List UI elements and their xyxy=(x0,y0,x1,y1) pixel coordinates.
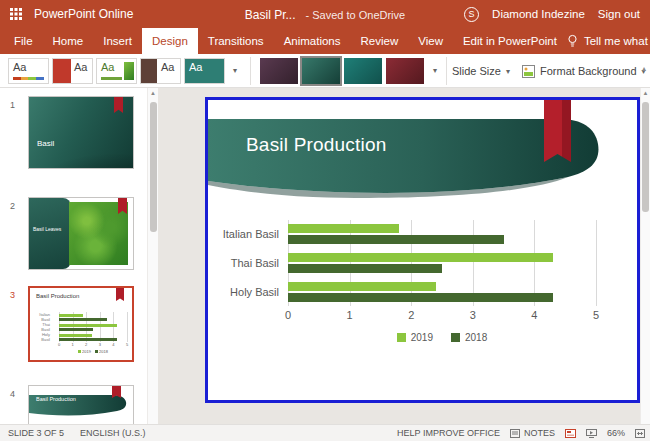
variant-thumbnail-2-selected[interactable] xyxy=(302,58,340,84)
chart-category-label: Italian Basil xyxy=(35,312,50,322)
scrollbar-thumb[interactable] xyxy=(642,102,649,212)
slide-size-label: Slide Size xyxy=(452,65,501,77)
ribbon-separator xyxy=(446,57,447,85)
theme-color-stripe xyxy=(101,77,122,80)
legend-swatch xyxy=(451,333,460,342)
themes-more-button[interactable]: ▾ xyxy=(228,58,242,84)
slide-thumbnail-1[interactable]: 1 Basil xyxy=(0,96,147,176)
green-panel: Basil Leaves xyxy=(29,198,71,269)
theme-color-block xyxy=(53,59,71,83)
chart-bar-group xyxy=(288,253,596,273)
fit-to-window-icon xyxy=(635,429,645,438)
slide-thumbnail-2[interactable]: 2 Basil Leaves xyxy=(0,197,147,277)
zoom-level[interactable]: 66% xyxy=(607,428,625,438)
scrollbar-thumb[interactable] xyxy=(150,102,157,232)
tab-insert[interactable]: Insert xyxy=(93,28,142,54)
chart-bar-2018 xyxy=(288,264,442,273)
tab-review[interactable]: Review xyxy=(351,28,409,54)
tab-design[interactable]: Design xyxy=(142,28,198,54)
workspace: 1 Basil 2 Basil Leaves 3 xyxy=(0,88,650,424)
skype-icon[interactable]: S xyxy=(464,7,479,22)
chart-bar-2018 xyxy=(59,318,107,321)
fit-to-window-button[interactable] xyxy=(635,429,645,438)
chart-category-label: Thai Basil xyxy=(35,322,50,332)
red-ribbon-icon xyxy=(114,97,123,113)
theme-thumbnail-1[interactable]: Aa xyxy=(8,58,49,84)
tell-me-box[interactable]: Tell me what you want to do xyxy=(567,28,650,54)
slide-canvas[interactable]: Basil Production Italian BasilThai Basil… xyxy=(208,100,637,400)
user-name[interactable]: Diamond Indezine xyxy=(492,8,585,20)
variant-thumbnail-4[interactable] xyxy=(386,58,424,84)
slide-number: 4 xyxy=(10,389,15,399)
theme-thumbnail-4[interactable]: Aa xyxy=(140,58,181,84)
slide-4-preview: Basil Production xyxy=(28,385,134,424)
scroll-up-arrow-icon[interactable]: ▲ xyxy=(148,90,158,96)
slide-number: 2 xyxy=(10,201,15,211)
chart-category-label: Italian Basil xyxy=(212,228,279,240)
language-status[interactable]: ENGLISH (U.S.) xyxy=(80,428,146,438)
format-background-button[interactable]: Format Background ▾ xyxy=(522,58,646,84)
sign-out-link[interactable]: Sign out xyxy=(598,8,640,20)
slide-thumbnail-3-selected[interactable]: 3 Basil Production Italian BasilThai Bas… xyxy=(0,286,147,366)
slide-size-button[interactable]: Slide Size ▾ xyxy=(452,58,510,84)
canvas-scrollbar[interactable]: ▲ xyxy=(640,88,650,424)
tab-home[interactable]: Home xyxy=(43,28,94,54)
chart-bar-group xyxy=(59,334,127,341)
chart-bar-2018 xyxy=(59,328,93,331)
variant-thumbnail-1[interactable] xyxy=(260,58,298,84)
notes-label: NOTES xyxy=(524,428,555,438)
chart-bar-2018 xyxy=(288,293,553,302)
variants-more-button[interactable]: ▾ xyxy=(428,58,442,84)
slide-number: 1 xyxy=(10,100,15,110)
scroll-up-arrow-icon[interactable]: ▲ xyxy=(641,90,650,96)
variant-thumbnail-3[interactable] xyxy=(344,58,382,84)
chart-legend-entry: 2018 xyxy=(451,332,487,343)
production-bar-chart[interactable]: Italian BasilThai BasilHoly Basil0123452… xyxy=(212,220,596,348)
app-launcher-waffle-icon[interactable] xyxy=(10,8,22,20)
saved-status: - Saved to OneDrive xyxy=(306,9,406,21)
slide-count-status: SLIDE 3 OF 5 xyxy=(8,428,64,438)
slide-title-text[interactable]: Basil Production xyxy=(246,134,387,156)
tab-view[interactable]: View xyxy=(408,28,453,54)
slide-thumbnail-4[interactable]: 4 Basil Production xyxy=(0,385,147,424)
chart-axis-tick: 2 xyxy=(408,309,414,321)
chart-axis-tick: 4 xyxy=(531,309,537,321)
slideshow-view-button[interactable] xyxy=(586,429,597,438)
tab-transitions[interactable]: Transitions xyxy=(198,28,274,54)
chart-x-axis: 012345 xyxy=(288,306,596,326)
theme-thumbnail-3[interactable]: Aa xyxy=(96,58,137,84)
chart-category-labels: Italian BasilThai BasilHoly Basil xyxy=(212,220,288,306)
chart-axis-tick: 1 xyxy=(71,342,73,347)
collapse-ribbon-button[interactable]: ▴ xyxy=(642,64,646,73)
help-improve-office-link[interactable]: HELP IMPROVE OFFICE xyxy=(397,428,500,438)
theme-thumbnail-2[interactable]: Aa xyxy=(52,58,93,84)
theme-color-stripe xyxy=(13,77,44,80)
chart-plot-area xyxy=(59,312,127,342)
chart-bar-2019 xyxy=(59,334,92,337)
notes-toggle[interactable]: NOTES xyxy=(510,428,555,438)
chart-axis-tick: 1 xyxy=(347,309,353,321)
notes-icon xyxy=(510,429,520,438)
theme-aa-label: Aa xyxy=(13,61,26,73)
chart-legend: 20192018 xyxy=(288,326,596,348)
chart-axis-tick: 3 xyxy=(99,342,101,347)
suite-bar: PowerPoint Online Basil Pr...- Saved to … xyxy=(0,0,650,28)
thumb-slide-title: Basil xyxy=(37,139,54,148)
red-ribbon-icon xyxy=(544,100,571,162)
thumbnail-pane-scrollbar[interactable]: ▲ xyxy=(147,88,158,424)
tab-animations[interactable]: Animations xyxy=(274,28,351,54)
theme-thumbnail-5[interactable]: Aa xyxy=(184,58,225,84)
chart-bar-2019 xyxy=(288,224,399,233)
chart-bar-2019 xyxy=(288,253,553,262)
chart-bar-group xyxy=(59,324,127,331)
thumb-slide-title: Basil Leaves xyxy=(33,226,61,232)
chart-axis-tick: 0 xyxy=(58,342,60,347)
editing-view-button[interactable] xyxy=(565,429,576,438)
tab-edit-in-powerpoint[interactable]: Edit in PowerPoint xyxy=(453,28,567,54)
document-title[interactable]: Basil Pr... xyxy=(245,8,296,22)
editing-canvas[interactable]: Basil Production Italian BasilThai Basil… xyxy=(158,88,640,424)
slide-2-preview: Basil Leaves xyxy=(28,197,134,270)
chart-bar-2018 xyxy=(288,235,504,244)
chevron-down-icon: ▾ xyxy=(233,66,237,75)
tab-file[interactable]: File xyxy=(4,28,43,54)
